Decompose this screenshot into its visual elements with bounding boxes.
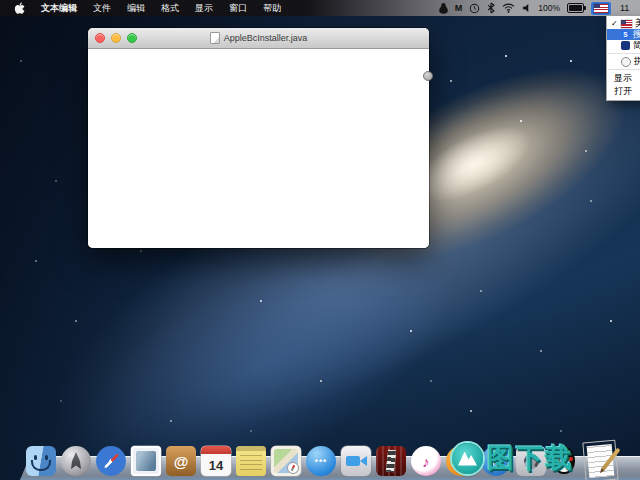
menu-view[interactable]: 显示 [187,0,221,16]
video-camera-icon [346,456,360,466]
menu-app-name[interactable]: 文本编辑 [33,0,85,16]
stamp-image [136,451,156,471]
battery-percent: 100% [538,3,560,13]
flag-canton [594,4,600,9]
input-source-menu: ✓ 美 S 搜 简 拼 显示 打开 [606,16,640,101]
dock-maps-icon[interactable] [271,446,301,476]
menu-window[interactable]: 窗口 [221,0,255,16]
us-flag-icon [594,4,608,13]
watermark-mountain-shape [458,452,477,466]
dock-calendar-icon[interactable]: 14 [201,446,231,476]
calendar-header [201,446,231,454]
menu-bar-clock: 11 [618,3,640,13]
menu-bar-left: 文本编辑 文件 编辑 格式 显示 窗口 帮助 [0,0,289,16]
us-flag-icon [621,20,632,28]
menu-format[interactable]: 格式 [153,0,187,16]
input-menu-item-pinyin[interactable]: 简 [607,40,640,51]
window-title-group: AppleBcInstaller.java [88,28,429,47]
dock-photobooth-icon[interactable] [376,446,406,476]
dock-mail-icon[interactable] [131,446,161,476]
dock-safari-icon[interactable] [96,446,126,476]
text-editing-area[interactable] [88,49,429,248]
menu-separator [608,69,640,70]
compass-needle [103,453,119,469]
pinyin-icon [621,41,630,50]
dock-messages-icon[interactable]: ••• [306,446,336,476]
dock-contacts-icon[interactable]: @ [166,446,196,476]
menu-file[interactable]: 文件 [85,0,119,16]
dock-notes-icon[interactable] [236,446,266,476]
site-watermark: 图下载 [452,440,574,476]
camera-lens [360,456,367,466]
finder-smile [31,460,51,471]
timemachine-icon[interactable] [469,3,480,14]
menu-bar-status: M 100% 11 [439,2,640,15]
input-source-menu-extra[interactable] [591,2,611,15]
apple-menu-icon[interactable] [6,2,33,15]
minimize-button[interactable] [111,33,121,43]
wubi-icon [621,57,631,67]
textedit-window: AppleBcInstaller.java [88,28,429,248]
dock-launchpad-icon[interactable] [61,446,91,476]
window-controls [88,33,137,43]
calendar-day: 14 [209,455,223,476]
dock-finder-icon[interactable] [26,446,56,476]
volume-icon[interactable] [522,3,531,13]
menu-separator [608,53,640,54]
input-menu-item-label: 简 [633,39,640,52]
sogou-icon: S [621,30,630,39]
m-status-icon[interactable]: M [455,3,463,13]
menu-help[interactable]: 帮助 [255,0,289,16]
zoom-button[interactable] [127,33,137,43]
rocket-icon [71,452,81,469]
dock-textedit-icon[interactable] [582,440,616,476]
close-button[interactable] [95,33,105,43]
watermark-logo-icon [452,443,483,474]
battery-icon[interactable] [567,3,584,13]
document-icon [210,32,220,44]
dock-itunes-icon[interactable]: ♪ [411,446,441,476]
qq-status-icon[interactable] [439,3,448,14]
notes-lines [240,452,262,472]
dock-facetime-icon[interactable] [341,446,371,476]
check-icon: ✓ [611,19,618,28]
input-menu-item-label: 拼 [634,55,640,68]
desktop: 文本编辑 文件 编辑 格式 显示 窗口 帮助 M 10 [0,0,640,480]
bluetooth-icon[interactable] [487,2,495,14]
input-menu-item-wubi[interactable]: 拼 [607,56,640,67]
battery-fill [569,5,582,11]
compass-icon [287,462,299,474]
wifi-icon[interactable] [502,3,515,13]
menu-edit[interactable]: 编辑 [119,0,153,16]
input-menu-open-prefs-item[interactable]: 打开 [607,85,640,98]
scroll-knob[interactable] [423,71,433,81]
window-title: AppleBcInstaller.java [224,33,308,43]
menu-bar: 文本编辑 文件 编辑 格式 显示 窗口 帮助 M 10 [0,0,640,16]
input-menu-show-item[interactable]: 显示 [607,72,640,85]
watermark-text: 图下载 [487,440,574,476]
window-titlebar[interactable]: AppleBcInstaller.java [88,28,429,49]
